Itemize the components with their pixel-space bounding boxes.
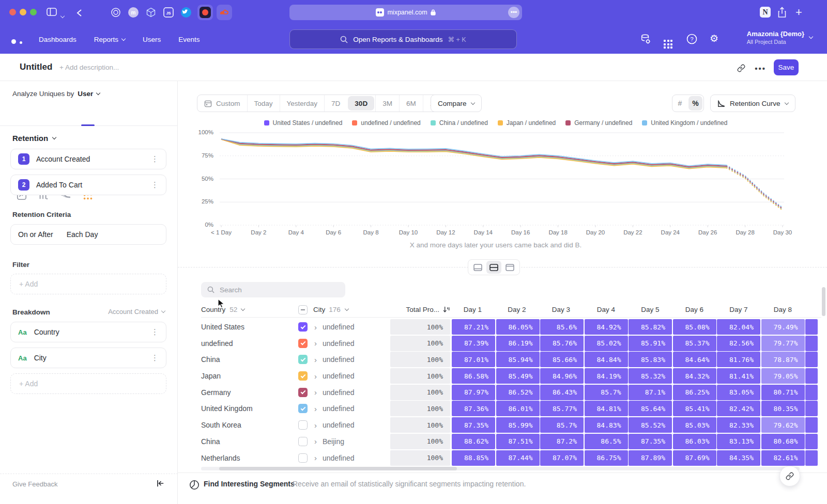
legend-item[interactable]: undefined / undefined [352,119,420,127]
horizontal-scrollbar-thumb[interactable] [219,467,457,470]
back-icon[interactable] [76,9,82,19]
format-percent-button[interactable]: % [688,96,702,111]
notion-icon[interactable]: N [760,7,771,18]
breakdown-event-selector[interactable]: Account Created [108,308,165,316]
row-checkbox[interactable] [298,355,308,364]
apps-grid-icon[interactable] [664,35,672,49]
kebab-menu-icon[interactable]: ⋮ [151,327,159,337]
column-header-day[interactable]: Day 3 [540,306,583,313]
breakdown-card-country[interactable]: Aa Country ⋮ [10,322,166,342]
step-card-2[interactable]: 2 Added To Cart ⋮ [10,175,166,195]
column-header-city[interactable]: City 176 [298,305,390,314]
row-expander-icon[interactable]: › [314,404,317,413]
zoom-window-button[interactable] [30,9,37,15]
table-search-input[interactable]: Search [201,282,345,297]
minimize-window-button[interactable] [20,9,26,15]
report-title[interactable]: Untitled [20,62,52,72]
close-window-button[interactable] [9,9,16,15]
legend-item[interactable]: China / undefined [431,119,488,127]
copy-link-icon[interactable] [737,64,745,74]
row-checkbox[interactable] [298,371,308,381]
criteria-period[interactable]: Each Day [67,230,98,239]
row-expander-icon[interactable]: › [314,355,317,364]
row-checkbox[interactable] [298,420,308,430]
row-checkbox[interactable] [298,339,308,348]
breakdown-add-button[interactable]: + Add [10,373,166,394]
global-search[interactable]: Open Reports & Dashboards ⌘ + K [289,29,517,49]
nav-users[interactable]: Users [143,36,161,43]
column-header-day[interactable]: Day 4 [585,306,628,313]
date-range-30d[interactable]: 30D [348,96,374,111]
kebab-menu-icon[interactable]: ⋮ [151,353,159,363]
column-header-day[interactable]: Day 5 [629,306,672,313]
row-checkbox[interactable] [298,453,308,463]
criteria-operator[interactable]: On or After [18,230,53,239]
data-management-icon[interactable] [640,34,651,47]
more-options-icon[interactable]: ••• [755,64,766,73]
save-button[interactable]: Save [774,59,799,75]
layout-split-button[interactable] [486,261,501,274]
legend-item[interactable]: Germany / undefined [565,119,632,127]
compare-button[interactable]: Compare [431,94,482,112]
row-expander-icon[interactable]: › [314,453,317,462]
column-header-day[interactable]: Day 7 [717,306,760,313]
row-expander-icon[interactable]: › [314,421,317,430]
extension-target-icon[interactable] [108,5,124,20]
mixpanel-logo[interactable] [11,37,28,46]
floating-share-link-button[interactable] [779,466,800,486]
sidebar-toggle-icon[interactable] [47,6,57,20]
address-bar[interactable]: mixpanel.com ••• [289,5,522,20]
nav-events[interactable]: Events [178,36,200,43]
extension-cube-icon[interactable] [143,5,159,20]
collapse-sidebar-icon[interactable] [156,479,164,490]
address-more-button[interactable]: ••• [508,7,519,18]
row-checkbox[interactable] [298,404,308,413]
row-checkbox[interactable] [298,322,308,332]
legend-item[interactable]: United Kingdom / undefined [642,119,727,127]
row-checkbox[interactable] [298,388,308,397]
row-expander-icon[interactable]: › [314,323,317,332]
find-segments-title[interactable]: Find Interesting Segments [204,480,295,488]
share-icon[interactable] [777,7,787,20]
row-expander-icon[interactable]: › [314,372,317,381]
row-expander-icon[interactable]: › [314,437,317,446]
sidebar-chevron-icon[interactable] [61,10,64,20]
extension-record-icon[interactable] [197,5,213,20]
extension-soundcloud-icon[interactable] [217,5,232,20]
settings-gear-icon[interactable]: ⚙ [710,33,718,44]
help-icon[interactable]: ? [686,34,697,46]
date-range-today[interactable]: Today [247,95,280,112]
date-range-yesterday[interactable]: Yesterday [280,95,325,112]
kebab-menu-icon[interactable]: ⋮ [151,180,159,190]
row-checkbox[interactable] [298,437,308,446]
report-description-placeholder[interactable]: + Add description... [59,64,119,71]
give-feedback-link[interactable]: Give Feedback [12,480,57,488]
column-header-day[interactable]: Day 8 [761,306,805,313]
column-header-country[interactable]: Country 52 [201,306,298,313]
extension-js-icon[interactable]: JS [161,5,176,20]
nav-reports[interactable]: Reports [94,36,125,43]
extension-m-icon[interactable]: m [126,5,141,20]
nav-dashboards[interactable]: Dashboards [39,36,76,43]
vertical-scrollbar-thumb[interactable] [822,287,825,316]
step-card-1[interactable]: 1 Account Created ⋮ [10,149,166,169]
criteria-card[interactable]: On or After Each Day [10,224,166,245]
column-header-day[interactable]: Day 2 [495,306,539,313]
row-expander-icon[interactable]: › [314,388,317,397]
retention-section-label[interactable]: Retention [12,134,48,143]
column-header-day[interactable]: Day 6 [673,306,716,313]
analyze-value[interactable]: User [78,90,93,98]
column-header-day[interactable]: Day 1 [451,306,495,313]
row-expander-icon[interactable]: › [314,339,317,348]
format-absolute-button[interactable]: # [672,99,687,107]
column-header-total[interactable]: Total Pro... [390,306,450,313]
new-tab-icon[interactable]: + [795,6,802,19]
date-range-6m[interactable]: 6M [399,95,423,112]
legend-item[interactable]: Japan / undefined [498,119,556,127]
chart-type-selector[interactable]: Retention Curve [710,94,795,112]
project-switcher[interactable]: Amazonia {Demo} All Project Data [747,30,813,45]
select-all-checkbox[interactable] [298,305,308,314]
layout-table-only-button[interactable] [502,261,517,274]
extension-bird-icon[interactable] [178,5,194,20]
legend-item[interactable]: United States / undefined [264,119,343,127]
